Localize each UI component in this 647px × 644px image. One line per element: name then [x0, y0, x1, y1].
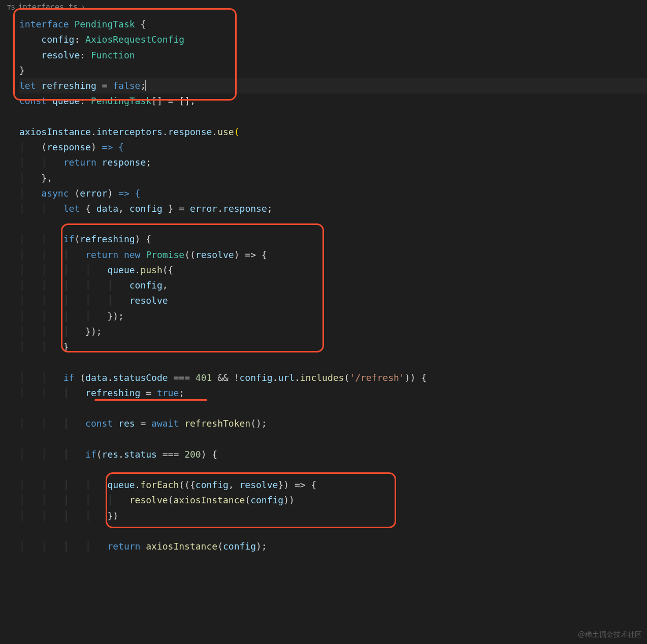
- ts-file-icon: TS: [7, 2, 15, 13]
- code-line[interactable]: │ │ │ │ │ resolve(axiosInstance(config)): [19, 493, 647, 508]
- code-line[interactable]: │ │ │ │ }): [19, 508, 647, 524]
- code-line[interactable]: │ │ │ │ return axiosInstance(config);: [19, 539, 647, 554]
- code-line[interactable]: resolve: Function: [19, 48, 647, 63]
- code-line[interactable]: │ │ │ │ });: [19, 309, 647, 324]
- code-line[interactable]: │ │ │ return new Promise((resolve) => {: [19, 247, 647, 263]
- code-line[interactable]: [19, 432, 647, 447]
- code-line[interactable]: │ │ let { data, config } = error.respons…: [19, 201, 647, 216]
- code-line[interactable]: [19, 355, 647, 370]
- breadcrumb-rest: ...: [88, 1, 102, 14]
- code-line[interactable]: [19, 401, 647, 416]
- code-line[interactable]: [19, 216, 647, 232]
- code-line[interactable]: │ │ │ });: [19, 324, 647, 339]
- code-line[interactable]: │ │ │ const res = await refreshToken();: [19, 416, 647, 431]
- code-line[interactable]: │ │ return response;: [19, 155, 647, 170]
- code-line[interactable]: │ │ │ refreshing = true;: [19, 385, 647, 401]
- watermark: @稀土掘金技术社区: [578, 629, 642, 641]
- code-line[interactable]: │ │ if(refreshing) {: [19, 232, 647, 247]
- text-cursor: [145, 80, 146, 91]
- breadcrumb-file: interfaces.ts: [18, 1, 78, 14]
- code-line[interactable]: │ │ }: [19, 339, 647, 355]
- code-line[interactable]: [19, 109, 647, 124]
- code-line[interactable]: │ │ │ │ │ config,: [19, 278, 647, 293]
- code-line[interactable]: │ │ │ │ │ resolve: [19, 293, 647, 308]
- code-line[interactable]: │ │ │ if(res.status === 200) {: [19, 447, 647, 462]
- code-editor[interactable]: interface PendingTask { config: AxiosReq…: [0, 15, 647, 554]
- code-line[interactable]: }: [19, 63, 647, 78]
- code-line[interactable]: │ │ │ │ queue.push({: [19, 263, 647, 278]
- code-line[interactable]: │ },: [19, 171, 647, 186]
- code-line[interactable]: │ │ if (data.statusCode === 401 && !conf…: [19, 370, 647, 385]
- code-line[interactable]: │ async (error) => {: [19, 186, 647, 201]
- code-line[interactable]: axiosInstance.interceptors.response.use(: [19, 124, 647, 140]
- breadcrumb[interactable]: TS interfaces.ts › ...: [0, 0, 647, 15]
- breadcrumb-sep: ›: [81, 1, 85, 14]
- code-line[interactable]: config: AxiosRequestConfig: [19, 32, 647, 47]
- code-line[interactable]: │ │ │ │ queue.forEach(({config, resolve}…: [19, 477, 647, 493]
- code-line[interactable]: interface PendingTask {: [19, 17, 647, 32]
- code-line[interactable]: │ (response) => {: [19, 140, 647, 155]
- code-line[interactable]: [19, 524, 647, 539]
- code-line[interactable]: let refreshing = false;: [19, 78, 647, 93]
- code-line[interactable]: const queue: PendingTask[] = [];: [19, 93, 647, 109]
- code-line[interactable]: [19, 462, 647, 477]
